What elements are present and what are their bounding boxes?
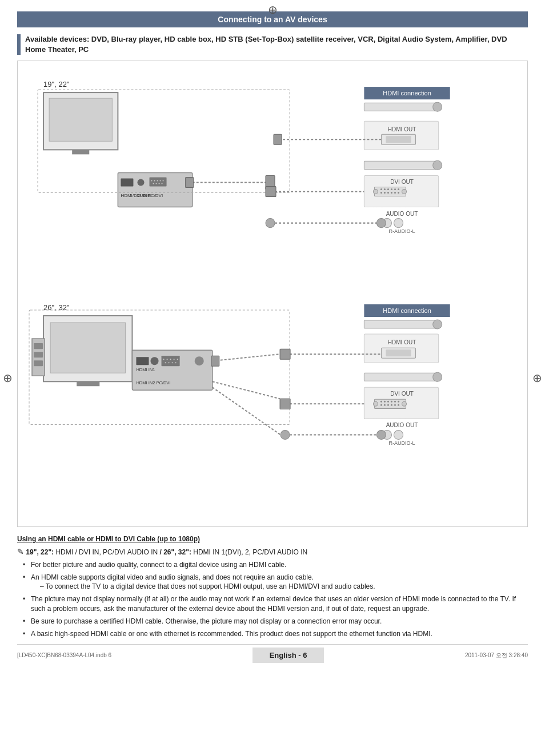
svg-point-46 (398, 188, 399, 190)
svg-rect-97 (280, 349, 290, 360)
svg-point-110 (391, 401, 392, 403)
model-note-part1: HDMI / DVI IN, PC/DVI AUDIO IN (55, 548, 159, 556)
bullet-item-2: An HDMI cable supports digital video and… (23, 573, 528, 592)
svg-point-19 (162, 183, 163, 184)
main-diagram-svg: 19", 22" HDMI/DVI IN AUDIO PC/DVI (26, 70, 519, 516)
svg-point-27 (433, 103, 442, 112)
svg-point-51 (394, 192, 396, 194)
svg-rect-38 (374, 187, 406, 196)
svg-point-80 (177, 359, 178, 360)
svg-rect-33 (274, 135, 282, 145)
svg-point-83 (172, 363, 173, 364)
svg-text:HDMI connection: HDMI connection (383, 307, 431, 314)
svg-rect-125 (280, 399, 290, 409)
svg-point-11 (151, 180, 153, 182)
svg-text:19", 22": 19", 22" (43, 80, 70, 89)
svg-point-81 (165, 363, 166, 364)
svg-rect-61 (266, 219, 275, 228)
note-icon: ✎ (17, 547, 24, 556)
svg-text:AUDIO OUT: AUDIO OUT (386, 423, 418, 429)
bullet-list: For better picture and audio quality, co… (23, 560, 528, 639)
svg-point-74 (151, 357, 159, 365)
svg-point-42 (384, 188, 386, 190)
svg-point-101 (433, 373, 442, 382)
svg-point-122 (394, 431, 403, 440)
svg-point-16 (153, 183, 154, 184)
svg-point-84 (175, 363, 177, 364)
svg-text:PC/DVI: PC/DVI (147, 193, 163, 198)
svg-point-13 (157, 180, 158, 182)
svg-point-114 (384, 404, 386, 406)
svg-point-116 (391, 404, 392, 406)
svg-point-17 (156, 183, 157, 184)
svg-text:R-AUDIO-L: R-AUDIO-L (388, 228, 415, 234)
footer-left-text: [LD450-XC]BN68-03394A-L04.indb 6 (17, 652, 111, 658)
svg-rect-65 (50, 323, 125, 373)
svg-point-39 (373, 190, 378, 194)
svg-text:HDMI IN1: HDMI IN1 (136, 368, 155, 373)
svg-text:HDMI connection: HDMI connection (383, 90, 431, 96)
svg-line-130 (213, 388, 280, 435)
svg-point-117 (394, 404, 396, 406)
svg-rect-104 (374, 400, 406, 409)
svg-text:R-AUDIO-L: R-AUDIO-L (388, 440, 415, 446)
svg-point-48 (384, 192, 386, 194)
svg-rect-70 (34, 361, 43, 367)
footer-right-text: 2011-03-07 오전 3:28:40 (465, 652, 528, 660)
svg-point-41 (380, 188, 382, 190)
svg-point-14 (160, 180, 161, 182)
svg-rect-26 (364, 103, 438, 111)
svg-point-43 (387, 188, 389, 190)
svg-point-108 (384, 401, 386, 403)
svg-point-85 (195, 357, 204, 366)
svg-point-106 (402, 402, 407, 407)
svg-point-118 (398, 404, 399, 406)
svg-rect-100 (364, 373, 438, 381)
svg-point-77 (167, 359, 168, 360)
bullet-item-4: Be sure to purchase a certified HDMI cab… (23, 617, 528, 626)
svg-rect-95 (386, 350, 411, 357)
svg-text:26", 32": 26", 32" (43, 303, 70, 312)
svg-text:DVI OUT: DVI OUT (390, 391, 414, 397)
model-note-line: ✎ 19", 22": HDMI / DVI IN, PC/DVI AUDIO … (17, 546, 528, 558)
svg-text:DVI OUT: DVI OUT (390, 179, 414, 186)
svg-point-12 (154, 180, 155, 182)
svg-point-44 (391, 188, 392, 190)
svg-rect-66 (77, 382, 99, 387)
svg-point-7 (137, 179, 144, 186)
svg-rect-69 (34, 352, 43, 358)
svg-line-126 (213, 382, 280, 399)
svg-text:AUDIO OUT: AUDIO OUT (386, 211, 418, 217)
svg-point-47 (380, 192, 382, 194)
svg-point-18 (159, 183, 160, 184)
svg-point-109 (387, 401, 389, 403)
svg-point-52 (398, 192, 399, 194)
svg-rect-75 (162, 356, 180, 367)
svg-point-76 (163, 359, 165, 360)
svg-rect-129 (376, 431, 386, 440)
svg-rect-2 (49, 98, 112, 141)
svg-line-98 (213, 355, 280, 361)
page-wrapper: ⊕ ⊕ ⊕ Connecting to an AV devices Availa… (0, 0, 545, 756)
model-sizes-1: 19", 22": (26, 548, 54, 556)
svg-rect-128 (280, 431, 290, 440)
svg-text:HDMI OUT: HDMI OUT (388, 339, 416, 345)
svg-text:HDMI IN2  PC/DVI: HDMI IN2 PC/DVI (136, 381, 170, 386)
model-note-part2: HDMI IN 1(DVI), 2, PC/DVI AUDIO IN (193, 548, 307, 556)
svg-rect-31 (386, 136, 411, 143)
svg-point-115 (387, 404, 389, 406)
svg-point-49 (387, 192, 389, 194)
svg-rect-59 (266, 187, 276, 197)
svg-rect-62 (376, 219, 386, 228)
svg-point-112 (398, 401, 399, 403)
svg-rect-21 (186, 178, 194, 188)
svg-point-105 (373, 402, 378, 407)
svg-point-45 (394, 188, 396, 190)
bullet-item-3: The picture may not display normally (if… (23, 594, 528, 614)
svg-point-111 (394, 401, 396, 403)
svg-rect-68 (34, 343, 43, 349)
available-devices-text: Available devices: DVD, Blu-ray player, … (25, 34, 528, 55)
svg-rect-3 (72, 150, 89, 155)
svg-point-40 (402, 190, 407, 194)
crosshair-top-icon: ⊕ (268, 3, 278, 17)
